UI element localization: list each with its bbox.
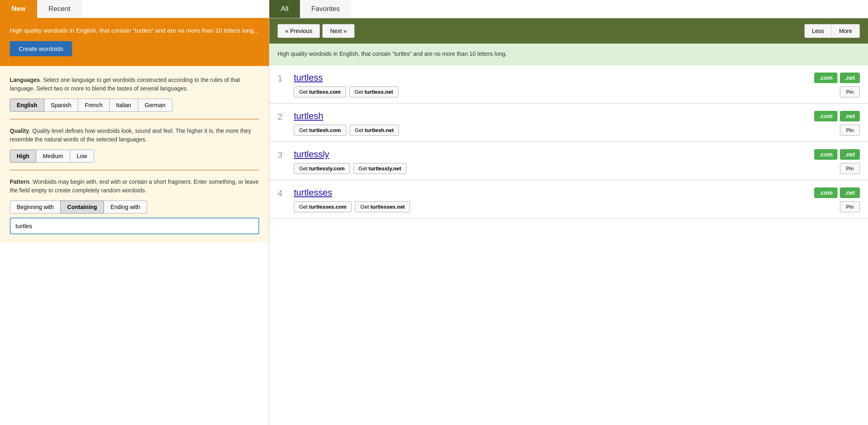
get-net-button[interactable]: Get turtlesses.net — [355, 201, 410, 212]
net-badge: .net — [840, 187, 860, 198]
right-panel: All Favorites « Previous Next » Less Mor… — [269, 0, 868, 425]
less-button[interactable]: Less — [804, 24, 832, 38]
results-description: High quality wordoids in English, that c… — [269, 44, 868, 65]
result-item: 4 turtlesses Get turtlesses.com Get turt… — [269, 180, 868, 218]
languages-title: Languages — [10, 77, 40, 83]
left-panel: New Recent High quality wordoids in Engl… — [0, 0, 269, 425]
quality-description: Quality. Quality level defines how wordo… — [10, 127, 259, 144]
results-list: 1 turtless Get turtless.com Get turtless… — [269, 65, 868, 218]
quality-options: High Medium Low — [10, 150, 259, 163]
result-content: turtlessly Get turtlessly.com Get turtle… — [294, 149, 814, 174]
lang-german[interactable]: German — [138, 99, 172, 112]
result-right: .com .net Pin — [814, 149, 860, 174]
pin-button[interactable]: Pin — [840, 201, 860, 212]
result-right: .com .net Pin — [814, 111, 860, 136]
badge-row: .com .net — [814, 187, 860, 198]
languages-description: Languages. Select one language to get wo… — [10, 76, 259, 93]
divider-2 — [10, 170, 259, 170]
pattern-ending[interactable]: Ending with — [104, 200, 147, 214]
hero-description: High quality wordoids in English, that c… — [10, 26, 259, 35]
result-actions: Get turtless.com Get turtless.net — [294, 86, 814, 97]
quality-medium[interactable]: Medium — [36, 150, 70, 163]
result-number: 1 — [278, 73, 294, 84]
result-item: 1 turtless Get turtless.com Get turtless… — [269, 65, 868, 103]
result-number: 2 — [278, 111, 294, 122]
less-more-controls: Less More — [804, 24, 860, 38]
get-net-button[interactable]: Get turtlesh.net — [350, 125, 399, 136]
pin-button[interactable]: Pin — [840, 86, 860, 97]
language-options: English Spanish French Italian German — [10, 99, 259, 112]
net-badge: .net — [840, 73, 860, 83]
hero-section: High quality wordoids in English, that c… — [0, 18, 269, 66]
net-badge: .net — [840, 111, 860, 121]
com-badge: .com — [814, 187, 837, 198]
nav-pagination: « Previous Next » — [278, 24, 355, 38]
badge-row: .com .net — [814, 73, 860, 83]
get-com-button[interactable]: Get turtlesses.com — [294, 201, 352, 212]
pattern-description: Pattern. Wordoids may begin with, end wi… — [10, 178, 259, 195]
left-tabs: New Recent — [0, 0, 269, 18]
pattern-beginning[interactable]: Beginning with — [10, 200, 61, 214]
com-badge: .com — [814, 111, 837, 121]
divider-1 — [10, 119, 259, 119]
net-badge: .net — [840, 149, 860, 160]
result-content: turtless Get turtless.com Get turtless.n… — [294, 73, 814, 97]
pin-button[interactable]: Pin — [840, 163, 860, 174]
result-right: .com .net Pin — [814, 187, 860, 212]
tab-recent[interactable]: Recent — [37, 0, 82, 18]
tab-new[interactable]: New — [0, 0, 37, 18]
quality-high[interactable]: High — [10, 150, 36, 163]
settings-section: Languages. Select one language to get wo… — [0, 66, 269, 242]
lang-english[interactable]: English — [10, 99, 44, 112]
right-tabs: All Favorites — [269, 0, 868, 18]
tab-all[interactable]: All — [269, 0, 300, 18]
result-name[interactable]: turtlesses — [294, 187, 814, 198]
result-number: 3 — [278, 149, 294, 161]
more-button[interactable]: More — [831, 24, 860, 38]
com-badge: .com — [814, 149, 837, 160]
quality-low[interactable]: Low — [70, 150, 94, 163]
result-right: .com .net Pin — [814, 73, 860, 97]
result-actions: Get turtlessly.com Get turtlessly.net — [294, 163, 814, 174]
next-button[interactable]: Next » — [322, 24, 354, 38]
get-net-button[interactable]: Get turtlessly.net — [353, 163, 407, 174]
com-badge: .com — [814, 73, 837, 83]
get-net-button[interactable]: Get turtless.net — [349, 86, 399, 97]
previous-button[interactable]: « Previous — [278, 24, 320, 38]
pattern-containing[interactable]: Containing — [60, 200, 104, 214]
get-com-button[interactable]: Get turtless.com — [294, 86, 346, 97]
pattern-section: Pattern. Wordoids may begin with, end wi… — [10, 178, 259, 234]
pin-button[interactable]: Pin — [840, 125, 860, 136]
pattern-title: Pattern — [10, 178, 29, 185]
result-item: 2 turtlesh Get turtlesh.com Get turtlesh… — [269, 103, 868, 142]
result-name[interactable]: turtlessly — [294, 149, 814, 160]
quality-section: Quality. Quality level defines how wordo… — [10, 127, 259, 163]
nav-bar: « Previous Next » Less More — [269, 18, 868, 44]
result-name[interactable]: turtless — [294, 73, 814, 83]
tab-favorites[interactable]: Favorites — [300, 0, 351, 18]
result-actions: Get turtlesh.com Get turtlesh.net — [294, 125, 814, 136]
result-content: turtlesses Get turtlesses.com Get turtle… — [294, 187, 814, 212]
lang-spanish[interactable]: Spanish — [44, 99, 79, 112]
badge-row: .com .net — [814, 149, 860, 160]
pattern-options: Beginning with Containing Ending with — [10, 200, 259, 214]
result-content: turtlesh Get turtlesh.com Get turtlesh.n… — [294, 111, 814, 136]
languages-section: Languages. Select one language to get wo… — [10, 76, 259, 112]
result-name[interactable]: turtlesh — [294, 111, 814, 121]
lang-italian[interactable]: Italian — [109, 99, 138, 112]
get-com-button[interactable]: Get turtlesh.com — [294, 125, 346, 136]
result-actions: Get turtlesses.com Get turtlesses.net — [294, 201, 814, 212]
badge-row: .com .net — [814, 111, 860, 121]
quality-title: Quality — [10, 128, 29, 134]
get-com-button[interactable]: Get turtlessly.com — [294, 163, 350, 174]
result-item: 3 turtlessly Get turtlessly.com Get turt… — [269, 142, 868, 180]
lang-french[interactable]: French — [78, 99, 110, 112]
result-number: 4 — [278, 187, 294, 199]
create-wordoids-button[interactable]: Create wordoids — [10, 41, 72, 56]
pattern-input[interactable] — [10, 218, 259, 234]
